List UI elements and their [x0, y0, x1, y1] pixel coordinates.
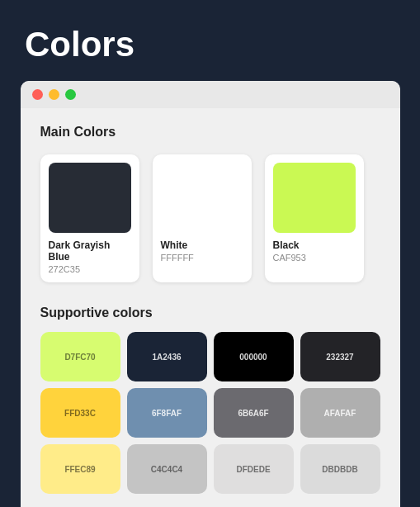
main-colors-title: Main Colors: [40, 125, 380, 140]
supportive-swatch: FFEC89: [40, 444, 120, 494]
page-title: Colors: [25, 25, 134, 64]
titlebar-dot-green[interactable]: [65, 89, 76, 100]
color-window: Main Colors Dark Grayish Blue272C35White…: [21, 81, 400, 507]
main-color-name: White: [161, 239, 243, 251]
main-color-hex: CAF953: [273, 253, 356, 263]
supportive-swatch: DBDBDB: [300, 444, 380, 494]
window-titlebar: [21, 81, 400, 108]
supportive-swatch: 6B6A6F: [214, 388, 294, 438]
supportive-colors-title: Supportive colors: [40, 306, 380, 320]
main-color-hex: 272C35: [49, 264, 131, 274]
main-color-swatch: [161, 163, 243, 233]
main-color-hex: FFFFFF: [161, 253, 243, 263]
main-colors-row: Dark Grayish Blue272C35WhiteFFFFFFBlackC…: [40, 154, 380, 282]
supportive-colors-grid: D7FC701A2436000000232327FFD33C6F8FAF6B6A…: [40, 332, 380, 494]
supportive-swatch: 1A2436: [127, 332, 207, 381]
window-content: Main Colors Dark Grayish Blue272C35White…: [21, 108, 400, 507]
titlebar-dot-red[interactable]: [32, 89, 43, 100]
supportive-swatch: C4C4C4: [127, 444, 207, 494]
main-color-swatch: [273, 163, 356, 233]
main-color-card: BlackCAF953: [265, 154, 364, 282]
titlebar-dot-yellow[interactable]: [49, 89, 59, 100]
supportive-swatch: D7FC70: [40, 332, 120, 381]
supportive-swatch: 232327: [300, 332, 380, 381]
main-color-swatch: [49, 163, 131, 233]
supportive-swatch: 000000: [214, 332, 294, 381]
supportive-swatch: FFD33C: [40, 388, 120, 438]
supportive-swatch: AFAFAF: [300, 388, 380, 438]
supportive-swatch: 6F8FAF: [127, 388, 207, 438]
main-color-card: WhiteFFFFFF: [153, 154, 252, 282]
main-color-name: Black: [273, 239, 356, 251]
main-color-card: Dark Grayish Blue272C35: [40, 154, 139, 282]
main-color-name: Dark Grayish Blue: [49, 239, 131, 263]
supportive-swatch: DFDEDE: [214, 444, 294, 494]
